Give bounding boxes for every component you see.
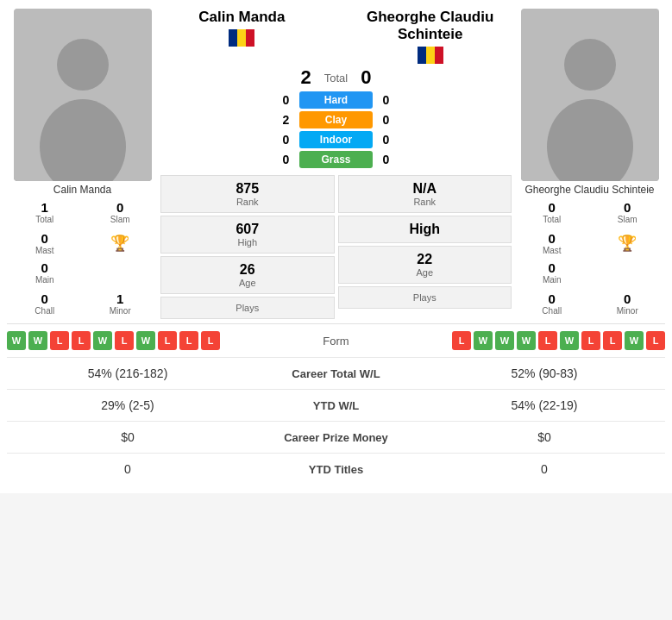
right-player-name-under: Gheorghe Claudiu Schinteie xyxy=(524,184,654,196)
left-total-value: 1 xyxy=(9,200,80,215)
left-plays-box: Plays xyxy=(160,297,335,319)
form-badge: L xyxy=(452,331,471,350)
left-plays-label: Plays xyxy=(170,303,325,313)
right-plays-box: Plays xyxy=(338,286,512,309)
left-main-value: 0 xyxy=(9,260,80,275)
stats-left-val: 29% (2-5) xyxy=(7,390,248,422)
right-player-photo xyxy=(521,9,659,181)
left-chall-cell: 0 Chall xyxy=(7,289,83,318)
form-badge: L xyxy=(646,331,665,350)
top-section: Calin Manda 1 Total 0 Slam 0 Mast 🏆 xyxy=(0,0,672,323)
left-total-score: 2 xyxy=(301,66,311,89)
center-column: Calin Manda Gheorghe Claudiu Schinteie xyxy=(160,9,512,319)
form-badge: L xyxy=(581,331,600,350)
stats-left-val: $0 xyxy=(7,422,248,454)
left-player-photo xyxy=(14,9,152,181)
right-slam-label: Slam xyxy=(593,215,663,224)
right-player-column: Gheorghe Claudiu Schinteie 0 Total 0 Sla… xyxy=(514,9,665,319)
bottom-section: WWLLWLWLLL Form LWWWLWLLWL 54% (216-182)… xyxy=(0,323,672,493)
stats-right-val: $0 xyxy=(424,422,665,454)
form-label: Form xyxy=(293,335,380,348)
right-chall-label: Chall xyxy=(517,306,587,316)
stats-row: 29% (2-5) YTD W/L 54% (22-19) xyxy=(7,390,665,422)
total-score-row: 2 Total 0 xyxy=(301,66,372,89)
stats-center-label: YTD W/L xyxy=(248,390,424,422)
hard-left-score: 0 xyxy=(279,93,292,107)
left-minor-cell: 1 Minor xyxy=(83,289,159,318)
svg-rect-5 xyxy=(246,29,254,47)
left-main-label: Main xyxy=(9,275,80,285)
right-stats-grid: 0 Total 0 Slam xyxy=(514,197,665,227)
right-plays-label: Plays xyxy=(348,292,503,303)
form-badge: L xyxy=(538,331,557,350)
right-rank-value: N/A xyxy=(348,181,503,197)
right-total-label: Total xyxy=(517,215,587,224)
left-trophy-cell: 🏆 xyxy=(83,229,159,258)
right-total-score: 0 xyxy=(361,66,371,89)
form-badge: L xyxy=(72,331,91,350)
left-player-column: Calin Manda 1 Total 0 Slam 0 Mast 🏆 xyxy=(7,9,158,319)
right-form-badges: LWWWLWLLWL xyxy=(380,331,666,350)
right-main-value: 0 xyxy=(517,260,587,275)
right-minor-label: Minor xyxy=(593,306,663,316)
stats-center-label: Career Prize Money xyxy=(248,422,424,454)
form-badge: W xyxy=(93,331,112,350)
left-form-badges: WWLLWLWLLL xyxy=(7,331,293,350)
left-minor-label: Minor xyxy=(85,306,156,316)
left-mast-cell: 0 Mast xyxy=(7,229,83,258)
stats-center-label: Career Total W/L xyxy=(248,358,424,390)
left-rank-label: Rank xyxy=(170,197,325,207)
names-flags-row: Calin Manda Gheorghe Claudiu Schinteie xyxy=(160,9,512,64)
left-chall-label: Chall xyxy=(9,306,80,316)
right-mast-cell: 0 Mast xyxy=(514,229,590,258)
left-mast-value: 0 xyxy=(9,231,80,246)
svg-rect-4 xyxy=(237,29,246,47)
form-badge: L xyxy=(201,331,220,350)
stats-table: 54% (216-182) Career Total W/L 52% (90-8… xyxy=(7,357,665,485)
stats-left-val: 0 xyxy=(7,454,248,485)
right-chall-cell: 0 Chall xyxy=(514,289,590,318)
left-total-cell: 1 Total xyxy=(7,197,83,227)
svg-rect-8 xyxy=(435,47,443,64)
right-flag xyxy=(353,47,507,64)
right-chall-value: 0 xyxy=(517,291,587,306)
stats-left-val: 54% (216-182) xyxy=(7,358,248,390)
left-high-box: 607 High xyxy=(160,216,335,254)
right-total-value: 0 xyxy=(517,200,587,215)
form-badge: W xyxy=(28,331,47,350)
surface-clay-row: 2 Clay 0 xyxy=(279,111,393,128)
right-name-block: Gheorghe Claudiu Schinteie xyxy=(353,9,507,64)
left-flag xyxy=(165,29,319,47)
clay-badge: Clay xyxy=(299,111,373,128)
stats-right-val: 54% (22-19) xyxy=(424,390,665,422)
clay-right-score: 0 xyxy=(380,113,393,127)
stats-row: 0 YTD Titles 0 xyxy=(7,454,665,485)
right-trophy-icon: 🏆 xyxy=(618,234,637,253)
stats-right-val: 0 xyxy=(424,454,665,485)
stats-right-val: 52% (90-83) xyxy=(424,358,665,390)
right-age-value: 22 xyxy=(348,252,503,267)
left-age-box: 26 Age xyxy=(160,256,335,294)
right-minor-value: 0 xyxy=(593,291,663,306)
left-trophy-icon: 🏆 xyxy=(110,234,129,253)
form-badge: W xyxy=(560,331,579,350)
form-badge: W xyxy=(495,331,514,350)
left-stats-grid3: 0 Chall 1 Minor xyxy=(7,289,158,318)
right-age-box: 22 Age xyxy=(338,246,512,284)
right-mast-label: Mast xyxy=(517,246,587,255)
grass-badge: Grass xyxy=(299,151,373,168)
form-row: WWLLWLWLLL Form LWWWLWLLWL xyxy=(7,323,665,357)
left-slam-label: Slam xyxy=(85,215,156,224)
form-badge: W xyxy=(474,331,493,350)
left-mast-label: Mast xyxy=(9,246,80,255)
form-badge: L xyxy=(158,331,177,350)
right-main-cell: 0 Main xyxy=(514,258,590,287)
surface-hard-row: 0 Hard 0 xyxy=(279,91,393,109)
right-high-value: High xyxy=(348,222,503,237)
stats-row: 54% (216-182) Career Total W/L 52% (90-8… xyxy=(7,358,665,390)
grass-left-score: 0 xyxy=(279,153,292,166)
form-badge: L xyxy=(603,331,622,350)
form-badge: W xyxy=(625,331,644,350)
left-name-block: Calin Manda xyxy=(165,9,319,64)
stats-center-label: YTD Titles xyxy=(248,454,424,485)
